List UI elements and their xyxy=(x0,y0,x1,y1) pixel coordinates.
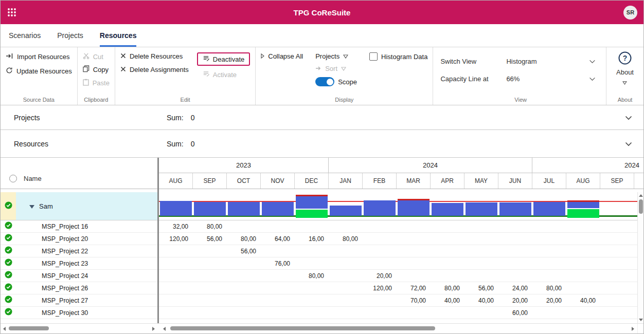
month-header-cell: JAN xyxy=(329,173,363,189)
activate-label: Activate xyxy=(213,71,237,79)
grid-name-pane: Name Sam MSP_Project 16MSP_Project 20MSP… xyxy=(1,158,157,323)
cut-label: Cut xyxy=(93,53,103,61)
apps-grid-icon[interactable] xyxy=(7,7,17,17)
tab-resources[interactable]: Resources xyxy=(100,24,137,47)
assignment-row: 60,00 xyxy=(159,307,643,319)
avatar[interactable]: SR xyxy=(623,6,637,20)
assignment-value xyxy=(431,220,464,232)
select-all-radio[interactable] xyxy=(9,175,17,182)
import-resources-button[interactable]: Import Resources xyxy=(6,52,72,61)
resources-panel-header[interactable]: Resources Sum: 0 xyxy=(1,130,643,158)
refresh-icon xyxy=(6,67,13,76)
triangle-down-icon xyxy=(341,65,346,72)
delete-resources-button[interactable]: Delete Resources xyxy=(120,52,189,60)
projects-dropdown-button[interactable]: Projects xyxy=(315,52,357,60)
assignment-value xyxy=(464,270,498,282)
assignment-value xyxy=(363,220,397,232)
chevron-down-icon[interactable] xyxy=(589,75,596,83)
project-row[interactable]: MSP_Project 23 xyxy=(1,257,157,270)
capacity-line-value: 66% xyxy=(506,75,589,83)
name-pane-hscrollbar[interactable] xyxy=(1,324,157,333)
bottom-scrollbar-row xyxy=(1,323,643,333)
assignment-value xyxy=(566,282,600,294)
year-band: 2023 xyxy=(159,158,329,173)
row-status-cell xyxy=(1,221,16,231)
allocation-bar xyxy=(160,201,192,216)
update-resources-button[interactable]: Update Resources xyxy=(6,67,72,76)
assignment-value xyxy=(600,270,634,282)
row-status-cell xyxy=(1,271,16,281)
switch-view-dropdown[interactable]: Switch View Histogram xyxy=(440,52,601,70)
about-button[interactable]: ? About xyxy=(616,51,634,87)
vertical-scroll-thumb[interactable] xyxy=(639,199,643,214)
month-header-cell: SEP xyxy=(600,173,634,189)
histogram-month xyxy=(566,192,600,220)
assignment-value: 80,00 xyxy=(227,233,261,245)
assignment-value: 20,00 xyxy=(498,294,532,306)
projects-panel-header[interactable]: Projects Sum: 0 xyxy=(1,105,643,130)
horizontal-scroll-thumb[interactable] xyxy=(170,326,435,330)
horizontal-scroll-thumb[interactable] xyxy=(9,326,49,330)
assignment-value: 40,00 xyxy=(464,294,498,306)
scroll-left-arrow[interactable] xyxy=(163,327,166,331)
assignment-value xyxy=(363,245,397,257)
delete-assignments-button[interactable]: Delete Assignments xyxy=(120,66,189,73)
cut-button[interactable]: Cut xyxy=(83,52,110,61)
collapse-all-button[interactable]: Collapse All xyxy=(261,52,303,60)
scroll-up-arrow[interactable] xyxy=(639,194,643,197)
x-icon xyxy=(120,66,126,73)
paste-button[interactable]: Paste xyxy=(83,79,110,87)
project-name: MSP_Project 20 xyxy=(16,235,88,243)
histogram-bars xyxy=(159,192,643,220)
capacity-line-label: Capacity Line at xyxy=(440,75,506,83)
chevron-down-icon[interactable] xyxy=(625,139,632,149)
assignment-value xyxy=(464,257,498,269)
scroll-right-arrow[interactable] xyxy=(152,327,155,331)
project-row[interactable]: MSP_Project 30 xyxy=(1,307,157,319)
check-circle-icon xyxy=(5,221,12,231)
assignment-value xyxy=(159,282,193,294)
assignment-value xyxy=(498,257,532,269)
free-capacity-bar xyxy=(296,210,328,218)
month-header-cell: JUL xyxy=(532,173,566,189)
chevron-down-icon[interactable] xyxy=(625,113,632,122)
check-circle-icon xyxy=(5,295,12,305)
histogram-data-label: Histogram Data xyxy=(381,53,427,61)
resource-parent-row[interactable]: Sam xyxy=(1,192,157,220)
assignment-value: 40,00 xyxy=(566,294,600,306)
scroll-right-arrow[interactable] xyxy=(632,327,634,331)
tab-scenarios[interactable]: Scenarios xyxy=(9,24,41,47)
deactivate-button[interactable]: Deactivate xyxy=(197,52,250,66)
expander-down-icon[interactable] xyxy=(29,201,34,211)
scissors-icon xyxy=(83,52,90,61)
project-row[interactable]: MSP_Project 27 xyxy=(1,294,157,307)
timeline-hscrollbar[interactable] xyxy=(159,324,637,333)
month-header-cell: FEB xyxy=(363,173,397,189)
scroll-down-arrow[interactable] xyxy=(639,319,643,321)
allocation-bar xyxy=(466,202,497,216)
project-row[interactable]: MSP_Project 22 xyxy=(1,245,157,257)
histogram-data-checkbox[interactable] xyxy=(369,52,378,61)
sort-dropdown-button[interactable]: Sort xyxy=(315,65,357,72)
project-row[interactable]: MSP_Project 26 xyxy=(1,282,157,294)
project-row[interactable]: MSP_Project 24 xyxy=(1,270,157,282)
capacity-line-dropdown[interactable]: Capacity Line at 66% xyxy=(440,70,601,87)
assignment-value xyxy=(431,245,464,257)
histogram-month xyxy=(193,192,227,220)
assignment-value xyxy=(600,220,634,232)
scroll-left-arrow[interactable] xyxy=(3,327,6,331)
project-row[interactable]: MSP_Project 16 xyxy=(1,220,157,233)
activate-button[interactable]: Activate xyxy=(203,70,250,79)
resource-name: Sam xyxy=(39,202,53,210)
histogram-row[interactable] xyxy=(159,192,643,220)
assignment-row: 120,0056,0080,0064,0016,0080,00 xyxy=(159,233,643,245)
tab-projects[interactable]: Projects xyxy=(57,24,83,47)
project-row[interactable]: MSP_Project 20 xyxy=(1,233,157,245)
scope-toggle-row: Scope xyxy=(315,77,357,86)
copy-button[interactable]: Copy xyxy=(83,65,110,74)
vertical-scrollbar[interactable] xyxy=(637,192,643,323)
scope-toggle[interactable] xyxy=(315,77,334,86)
chevron-down-icon[interactable] xyxy=(589,58,596,65)
resources-sum-value: 0 xyxy=(191,140,195,148)
row-status-cell xyxy=(1,283,16,293)
